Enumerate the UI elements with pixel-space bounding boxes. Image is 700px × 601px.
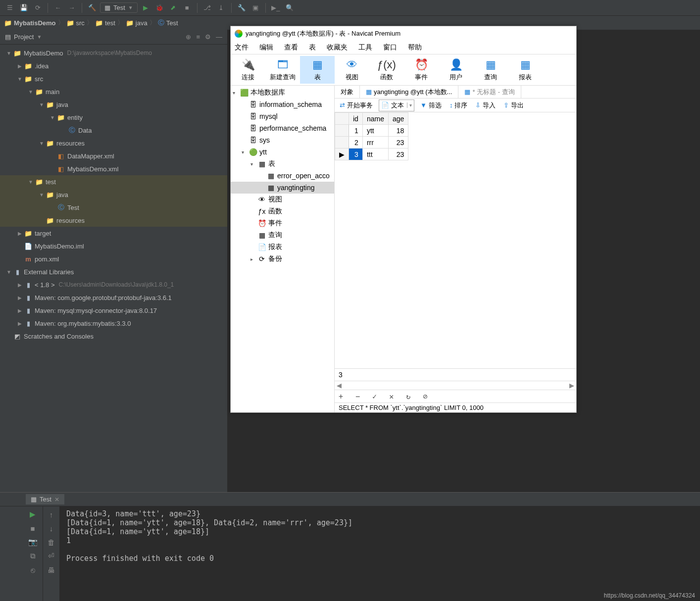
- chevron-down-icon[interactable]: ▼: [37, 34, 42, 40]
- tree-node[interactable]: 📁resources: [0, 214, 227, 227]
- grid-action[interactable]: ▼筛选: [418, 100, 444, 111]
- coverage-icon[interactable]: ⬈: [167, 2, 179, 14]
- menu-item[interactable]: 查看: [284, 43, 298, 52]
- project-tree[interactable]: ▼📁MybatisDemoD:\javaworkspace\MybatisDem…: [0, 45, 227, 492]
- grid-ops[interactable]: + − ✓ ✕ ↻ ⊘: [339, 392, 431, 401]
- tree-node[interactable]: ▼📁resources: [0, 137, 227, 150]
- tree-node[interactable]: ⒸData: [0, 124, 227, 137]
- grid-action[interactable]: ⇄开始事务: [338, 100, 375, 111]
- camera-icon[interactable]: 📷: [27, 536, 39, 548]
- nav-tool[interactable]: ⏰事件: [404, 56, 439, 84]
- data-grid[interactable]: idnameage1ytt182rrr23▶3ttt23: [335, 112, 576, 368]
- rerun-icon[interactable]: ▶: [27, 508, 39, 520]
- tree-node[interactable]: ▶📁target: [0, 227, 227, 240]
- db-tree-node[interactable]: ▾🟩本地数据库: [231, 87, 334, 99]
- crumb-1[interactable]: 📁src: [66, 19, 85, 27]
- tree-node[interactable]: ◧DataMapper.xml: [0, 150, 227, 162]
- crumb-4[interactable]: ⒸTest: [158, 18, 178, 27]
- nav-tool[interactable]: ▦报表: [508, 56, 543, 84]
- tree-node[interactable]: 📄MybatisDemo.iml: [0, 240, 227, 252]
- table-row[interactable]: 2rrr23: [335, 137, 408, 149]
- db-tree-node[interactable]: 🗄sys: [231, 134, 334, 146]
- console-output[interactable]: Data{id=3, name='ttt', age=23} [Data{id=…: [59, 506, 700, 601]
- data-tab[interactable]: ▦* 无标题 - 查询: [458, 86, 521, 98]
- tree-node[interactable]: ▼📁java: [0, 98, 227, 111]
- navicat-tabs[interactable]: 对象▦yangtingting @ytt (本地数...▦* 无标题 - 查询: [335, 86, 576, 99]
- nav-tool[interactable]: 👁视图: [335, 56, 369, 84]
- grid-action[interactable]: 📄文本▾: [379, 100, 414, 111]
- menu-item[interactable]: 表: [309, 43, 316, 52]
- menu-item[interactable]: 文件: [235, 43, 249, 52]
- crumb-2[interactable]: 📁test: [95, 19, 115, 27]
- tree-node[interactable]: ▼📁main: [0, 85, 227, 98]
- db-tree-node[interactable]: ▾🟢ytt: [231, 146, 334, 158]
- run-config-selector[interactable]: ▦ Test ▼: [100, 2, 138, 13]
- layout-icon[interactable]: ⧉: [27, 550, 39, 562]
- forward-icon[interactable]: →: [66, 2, 78, 14]
- tree-node[interactable]: ◩Scratches and Consoles: [0, 330, 227, 343]
- crumb-3[interactable]: 📁java: [126, 19, 148, 27]
- menu-item[interactable]: 帮助: [408, 43, 422, 52]
- db-tree-node[interactable]: ▾▦表: [231, 158, 334, 170]
- build-icon[interactable]: 🔨: [86, 2, 98, 14]
- menu-item[interactable]: 工具: [358, 43, 372, 52]
- tree-node[interactable]: ⒸTest: [0, 201, 227, 214]
- db-tree-node[interactable]: ▸⟳备份: [231, 253, 334, 265]
- nav-tool[interactable]: ▦查询: [473, 56, 508, 84]
- down-icon[interactable]: ↓: [46, 522, 57, 534]
- grid-action[interactable]: ↕排序: [448, 100, 470, 111]
- locate-icon[interactable]: ⊕: [186, 33, 191, 41]
- menu-item[interactable]: 编辑: [259, 43, 273, 52]
- menu-item[interactable]: 窗口: [383, 43, 397, 52]
- db-tree-node[interactable]: 📄报表: [231, 241, 334, 253]
- db-tree-node[interactable]: ▦查询: [231, 229, 334, 241]
- hide-icon[interactable]: —: [216, 33, 222, 41]
- tree-node[interactable]: ▼📁MybatisDemoD:\javaworkspace\MybatisDem…: [0, 47, 227, 59]
- data-tab[interactable]: ▦yangtingting @ytt (本地数...: [360, 86, 458, 98]
- update-icon[interactable]: ⤓: [215, 2, 227, 14]
- nav-tool[interactable]: ▦表: [300, 56, 335, 84]
- navicat-toolbar[interactable]: 🔌连接🗔新建查询▦表👁视图ƒ(x)函数⏰事件👤用户▦查询▦报表: [231, 54, 576, 86]
- refresh-icon[interactable]: ⟳: [32, 2, 44, 14]
- trash-icon[interactable]: 🗑: [46, 536, 57, 548]
- grid-action[interactable]: ⇩导入: [473, 100, 498, 111]
- up-icon[interactable]: ↑: [46, 508, 57, 520]
- debug-icon[interactable]: 🐞: [153, 2, 165, 14]
- exit-icon[interactable]: ⎋: [27, 564, 39, 576]
- tree-node[interactable]: ▼📁test: [0, 175, 227, 188]
- tree-node[interactable]: mpom.xml: [0, 252, 227, 265]
- tree-node[interactable]: ◧MybatisDemo.xml: [0, 162, 227, 175]
- stop-icon[interactable]: ■: [27, 522, 39, 534]
- tree-node[interactable]: ▶📁.idea: [0, 59, 227, 72]
- db-tree-node[interactable]: ⏰事件: [231, 217, 334, 229]
- crumb-0[interactable]: 📁MybatisDemo: [4, 19, 56, 27]
- tree-node[interactable]: ▶▮Maven: mysql:mysql-connector-java:8.0.…: [0, 304, 227, 317]
- tree-node[interactable]: ▶▮< 1.8 >C:\Users\admin\Downloads\Java\j…: [0, 278, 227, 291]
- nav-tool[interactable]: ƒ(x)函数: [369, 56, 404, 84]
- tree-node[interactable]: ▼📁src: [0, 72, 227, 85]
- tree-node[interactable]: ▶▮Maven: org.mybatis:mybatis:3.3.0: [0, 317, 227, 330]
- run-icon[interactable]: ▶: [140, 2, 151, 14]
- db-tree-node[interactable]: ƒx函数: [231, 205, 334, 217]
- nav-tool[interactable]: 🔌连接: [231, 56, 265, 84]
- nav-tool[interactable]: 🗔新建查询: [265, 56, 300, 84]
- wrap-icon[interactable]: ⏎: [46, 550, 57, 562]
- print-icon[interactable]: 🖶: [46, 564, 57, 576]
- gear-icon[interactable]: ⚙: [205, 33, 211, 41]
- run-tab[interactable]: ▦ Test ✕: [26, 494, 64, 504]
- navicat-action-bar[interactable]: ⇄开始事务📄文本▾▼筛选↕排序⇩导入⇧导出: [335, 99, 576, 112]
- grid-hscroll[interactable]: ◀▶: [335, 381, 576, 390]
- db-tree-node[interactable]: 👁视图: [231, 194, 334, 205]
- nav-tool[interactable]: 👤用户: [439, 56, 473, 84]
- navicat-menubar[interactable]: 文件编辑查看表收藏夹工具窗口帮助: [231, 41, 576, 54]
- data-tab[interactable]: 对象: [335, 86, 360, 98]
- db-tree-node[interactable]: 🗄mysql: [231, 110, 334, 122]
- db-tree-node[interactable]: 🗄performance_schema: [231, 122, 334, 134]
- save-icon[interactable]: 💾: [18, 2, 30, 14]
- branch-icon[interactable]: ⎇: [201, 2, 213, 14]
- close-icon[interactable]: ✕: [54, 496, 59, 503]
- db-tree-node[interactable]: 🗄information_schema: [231, 99, 334, 110]
- db-tree-node[interactable]: ▦yangtingting: [231, 182, 334, 194]
- navicat-left-panel[interactable]: ▾🟩本地数据库🗄information_schema🗄mysql🗄perform…: [231, 86, 335, 412]
- stop-icon[interactable]: ■: [181, 2, 193, 14]
